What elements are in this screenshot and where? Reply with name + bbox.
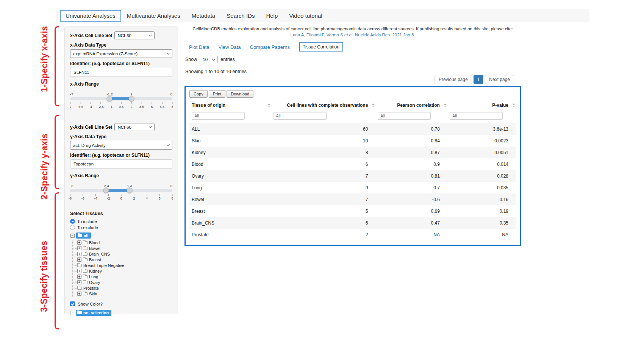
tree-node-bowel[interactable]: + Bowel [77,245,172,251]
y-identifier-input[interactable] [70,159,172,169]
show-color-checkbox[interactable]: Show Color? [70,301,172,306]
collapse-icon[interactable]: − [70,234,75,238]
folder-icon [83,275,88,278]
entries-select[interactable]: 10 [200,56,218,63]
expand-icon[interactable]: + [77,269,81,273]
expand-icon[interactable]: + [77,292,81,296]
column-header-cell-lines[interactable]: Cell lines with complete observations [271,99,376,111]
y-range-from-handle[interactable] [103,187,109,193]
cell-count: 7 [271,193,376,205]
tab-tissue-correlation[interactable]: Tissue Correlation [299,42,343,51]
y-range-slider[interactable]: -8 8 -2.4 1.3 -8 -6 -4 -2 0 2 4 6 8 [70,184,172,205]
radio-label: To include [77,219,97,224]
tree-node-label: Ovary [89,280,100,285]
select-tissues-title: Select Tissues [70,211,172,216]
x-cell-line-set-select[interactable]: NCI-60 [114,31,155,39]
expand-icon[interactable]: + [77,257,81,262]
column-header-pvalue[interactable]: P-value [447,99,516,111]
cell-pvalue: 0.19 [447,205,516,217]
x-range-to-handle[interactable] [129,96,134,101]
tree-node-no-selection[interactable]: + no_selection [70,310,172,316]
y-data-type-select[interactable]: act: Drug Activity [70,141,172,150]
tree-node-ovary[interactable]: + Ovary [77,279,172,285]
y-axis-section: y-Axis Cell Line Set NCI-60 y-Axis Data … [70,123,172,205]
x-range-slider[interactable]: -7 8 -1.2 2 -7 -5.5 -4 -2.5 -1 0.5 2 3.5… [70,92,172,113]
tab-univariate-analyses[interactable]: Univariate Analyses [60,10,121,22]
y-range-to-handle[interactable] [127,187,132,193]
cell-tissue: Bowel [189,193,271,205]
y-cell-line-set-select[interactable]: NCI-60 [114,123,155,131]
table-row: Bowel 7 -0.6 0.16 [189,193,516,205]
copy-button[interactable]: Copy [189,90,208,98]
y-cell-line-set-label: y-Axis Cell Line Set [70,125,112,130]
previous-page-button[interactable]: Previous page [435,75,472,84]
x-data-type-select[interactable]: exp: mRNA Expression (Z-Score) [70,49,172,58]
expand-icon[interactable]: + [77,246,81,250]
annotation-label-tissues: 3-Specify tissues [39,241,49,312]
tick-label: 6 [159,197,161,200]
folder-icon [83,270,88,273]
entries-value: 10 [203,57,208,62]
tab-view-data[interactable]: View Data [218,44,241,50]
tree-node-no-selection-chip[interactable]: no_selection [76,310,111,316]
slider-track[interactable] [70,189,172,192]
x-identifier-input[interactable] [70,68,172,77]
tree-node-label: Breast [89,257,101,262]
print-button[interactable]: Print [209,90,226,98]
tissue-tree: − all + Blood + Bowel + [70,232,172,296]
slider-track[interactable] [70,97,172,100]
filter-cell-lines-input[interactable] [274,112,327,120]
tab-search-ids[interactable]: Search IDs [221,10,260,21]
tree-node-label: Blood [89,240,100,245]
column-header-pearson[interactable]: Pearson correlation [375,99,447,111]
tree-node-all-chip[interactable]: all [76,232,91,239]
tab-plot-data[interactable]: Plot Data [189,44,209,50]
cell-count: 9 [271,182,376,193]
tree-node-skin[interactable]: + Skin [77,291,172,296]
tree-node-breast[interactable]: + Breast [77,257,172,262]
cell-pearson: 0.9 [375,158,447,170]
tab-help[interactable]: Help [260,10,283,21]
column-header-label: Cell lines with complete observations [287,103,368,108]
x-range-from-handle[interactable] [107,96,113,101]
radio-label: To exclude [77,225,98,230]
filter-pvalue-input[interactable] [450,112,503,120]
radio-to-include[interactable]: To include [70,219,172,224]
tab-multivariate-analyses[interactable]: Multivariate Analyses [121,10,186,21]
expand-icon[interactable]: + [70,311,74,315]
radio-to-exclude[interactable]: To exclude [70,225,172,230]
expand-icon[interactable]: + [77,252,81,256]
tree-node-kidney[interactable]: + Kidney [77,268,172,274]
column-header-tissue[interactable]: Tissue of origin [189,99,271,111]
tick-label: 6.5 [160,105,165,109]
table-row: Lung 9 0.7 0.035 [189,182,516,193]
folder-icon [83,253,88,256]
cell-tissue: Lung [189,182,271,193]
tree-node-brain-cns[interactable]: + Brain_CNS [77,251,172,257]
download-button[interactable]: Download [227,90,253,98]
tree-node-label: no_selection [83,311,109,315]
expand-icon[interactable]: + [77,240,81,245]
filter-pearson-input[interactable] [378,112,431,120]
tree-node-breast-triple-negative[interactable]: Breast Triple Negative [77,262,172,268]
cell-pearson: 0.87 [375,147,447,158]
expand-icon[interactable]: + [77,280,81,284]
entries-label: entries [220,57,235,62]
tree-node-prostate[interactable]: Prostate [77,285,172,291]
citation-link[interactable]: Luna A, Elloumi F, Varma S et al. Nuclei… [184,33,521,37]
next-page-button[interactable]: Next page [485,75,514,84]
tab-compare-patterns[interactable]: Compare Patterns [250,44,290,50]
table-row: Ovary 7 0.81 0.028 [189,170,516,182]
table-header-row: Tissue of origin Cell lines with complet… [189,99,516,111]
pagination: Previous page 1 Next page [184,75,514,84]
tree-node-lung[interactable]: + Lung [77,274,172,279]
tree-node-all[interactable]: − all [70,232,172,239]
tree-node-blood[interactable]: + Blood [77,240,172,245]
tab-metadata[interactable]: Metadata [186,10,221,21]
filter-tissue-input[interactable] [192,112,245,120]
annotation-label-y-axis: 2-Specify y-axis [39,134,50,200]
page-1-button[interactable]: 1 [474,75,484,84]
tab-video-tutorial[interactable]: Video tutorial [283,10,328,21]
tick-label: -8 [69,197,72,200]
expand-icon[interactable]: + [77,275,81,279]
